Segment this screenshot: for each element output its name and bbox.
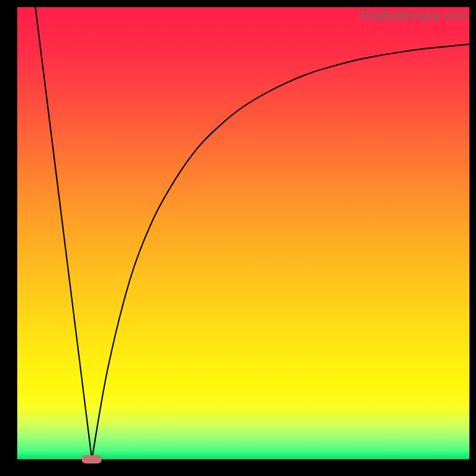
chart-frame: TheBottleneck.com	[0, 0, 476, 476]
bottleneck-curve	[17, 7, 469, 459]
plot-area	[17, 7, 469, 459]
optimum-marker	[82, 455, 102, 464]
curve-path	[35, 7, 469, 459]
watermark-text: TheBottleneck.com	[359, 8, 468, 23]
